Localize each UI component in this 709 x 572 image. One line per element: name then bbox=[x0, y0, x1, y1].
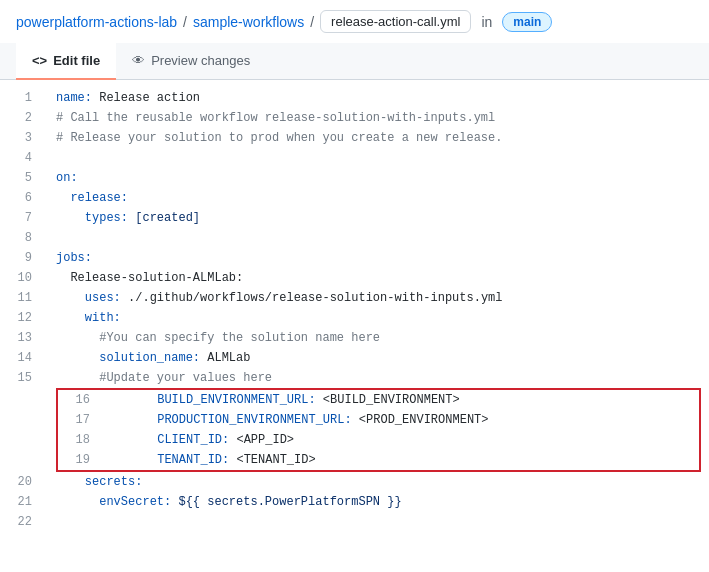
breadcrumb-sep1: / bbox=[183, 14, 187, 30]
code-line: 4 bbox=[0, 148, 709, 168]
code-line: 8 bbox=[0, 228, 709, 248]
line-content: uses: ./.github/workflows/release-soluti… bbox=[48, 288, 709, 308]
line-content: #You can specify the solution name here bbox=[48, 328, 709, 348]
line-number: 4 bbox=[0, 148, 48, 168]
code-line: 20 secrets: bbox=[0, 472, 709, 492]
highlighted-code-line: 18 CLIENT_ID: <APP_ID> bbox=[58, 430, 699, 450]
code-line: 11 uses: ./.github/workflows/release-sol… bbox=[0, 288, 709, 308]
code-line: 7 types: [created] bbox=[0, 208, 709, 228]
breadcrumb-org[interactable]: powerplatform-actions-lab bbox=[16, 14, 177, 30]
highlighted-code-line: 19 TENANT_ID: <TENANT_ID> bbox=[58, 450, 699, 470]
line-number: 2 bbox=[0, 108, 48, 128]
editor-container: 1name: Release action2# Call the reusabl… bbox=[0, 80, 709, 540]
code-line: 15 #Update your values here bbox=[0, 368, 709, 388]
tab-bar: <> Edit file 👁 Preview changes bbox=[0, 43, 709, 80]
line-number: 18 bbox=[58, 430, 106, 450]
code-line: 12 with: bbox=[0, 308, 709, 328]
highlighted-code-line: 16 BUILD_ENVIRONMENT_URL: <BUILD_ENVIRON… bbox=[58, 390, 699, 410]
line-content: Release-solution-ALMLab: bbox=[48, 268, 709, 288]
line-number: 10 bbox=[0, 268, 48, 288]
code-line: 5on: bbox=[0, 168, 709, 188]
code-line: 14 solution_name: ALMLab bbox=[0, 348, 709, 368]
breadcrumb-file: release-action-call.yml bbox=[320, 10, 471, 33]
line-number: 5 bbox=[0, 168, 48, 188]
line-content: envSecret: ${{ secrets.PowerPlatformSPN … bbox=[48, 492, 709, 512]
breadcrumb-sep2: / bbox=[310, 14, 314, 30]
line-number: 15 bbox=[0, 368, 48, 388]
code-line: 2# Call the reusable workflow release-so… bbox=[0, 108, 709, 128]
highlighted-code-line: 17 PRODUCTION_ENVIRONMENT_URL: <PROD_ENV… bbox=[58, 410, 699, 430]
line-content: types: [created] bbox=[48, 208, 709, 228]
line-content: #Update your values here bbox=[48, 368, 709, 388]
line-content: on: bbox=[48, 168, 709, 188]
branch-badge[interactable]: main bbox=[502, 12, 552, 32]
line-content: TENANT_ID: <TENANT_ID> bbox=[106, 450, 699, 470]
line-content: BUILD_ENVIRONMENT_URL: <BUILD_ENVIRONMEN… bbox=[106, 390, 699, 410]
code-line: 21 envSecret: ${{ secrets.PowerPlatformS… bbox=[0, 492, 709, 512]
line-content: # Release your solution to prod when you… bbox=[48, 128, 709, 148]
line-number: 7 bbox=[0, 208, 48, 228]
line-number: 19 bbox=[58, 450, 106, 470]
code-line: 1name: Release action bbox=[0, 88, 709, 108]
line-content: release: bbox=[48, 188, 709, 208]
breadcrumb-in-label: in bbox=[481, 14, 492, 30]
line-content: # Call the reusable workflow release-sol… bbox=[48, 108, 709, 128]
line-content: solution_name: ALMLab bbox=[48, 348, 709, 368]
line-number: 6 bbox=[0, 188, 48, 208]
line-content: secrets: bbox=[48, 472, 709, 492]
top-bar: powerplatform-actions-lab / sample-workf… bbox=[0, 0, 709, 43]
line-number: 12 bbox=[0, 308, 48, 328]
tab-edit-file[interactable]: <> Edit file bbox=[16, 43, 116, 80]
line-number: 20 bbox=[0, 472, 48, 492]
line-number: 3 bbox=[0, 128, 48, 148]
breadcrumb-repo[interactable]: sample-workflows bbox=[193, 14, 304, 30]
line-number: 8 bbox=[0, 228, 48, 248]
line-number: 13 bbox=[0, 328, 48, 348]
preview-icon: 👁 bbox=[132, 53, 145, 68]
line-content: with: bbox=[48, 308, 709, 328]
code-line: 13 #You can specify the solution name he… bbox=[0, 328, 709, 348]
line-content: name: Release action bbox=[48, 88, 709, 108]
line-number: 1 bbox=[0, 88, 48, 108]
line-number: 9 bbox=[0, 248, 48, 268]
tab-preview-changes[interactable]: 👁 Preview changes bbox=[116, 43, 266, 80]
line-number: 11 bbox=[0, 288, 48, 308]
code-line: 10 Release-solution-ALMLab: bbox=[0, 268, 709, 288]
line-content: PRODUCTION_ENVIRONMENT_URL: <PROD_ENVIRO… bbox=[106, 410, 699, 430]
code-line: 22 bbox=[0, 512, 709, 532]
line-number: 14 bbox=[0, 348, 48, 368]
highlighted-block: 16 BUILD_ENVIRONMENT_URL: <BUILD_ENVIRON… bbox=[56, 388, 701, 472]
line-number: 22 bbox=[0, 512, 48, 532]
line-content: CLIENT_ID: <APP_ID> bbox=[106, 430, 699, 450]
edit-icon: <> bbox=[32, 53, 47, 68]
line-number: 16 bbox=[58, 390, 106, 410]
code-line: 9jobs: bbox=[0, 248, 709, 268]
line-number: 21 bbox=[0, 492, 48, 512]
code-line: 6 release: bbox=[0, 188, 709, 208]
code-line: 3# Release your solution to prod when yo… bbox=[0, 128, 709, 148]
line-content: jobs: bbox=[48, 248, 709, 268]
line-number: 17 bbox=[58, 410, 106, 430]
